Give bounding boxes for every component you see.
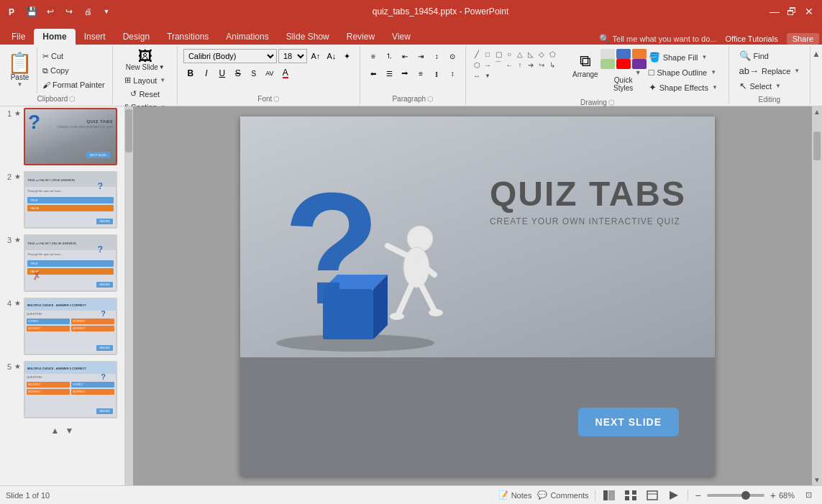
increase-font-button[interactable]: A↑: [309, 49, 323, 63]
qs-item-2[interactable]: [616, 49, 631, 59]
find-button[interactable]: 🔍 Find: [735, 49, 805, 63]
line-spacing-button[interactable]: ↕: [445, 66, 460, 81]
shadow-button[interactable]: S: [247, 66, 261, 81]
align-center-button[interactable]: ☰: [382, 66, 396, 81]
shape-oval[interactable]: ○: [504, 49, 514, 59]
restore-button[interactable]: 🗗: [785, 4, 799, 19]
shape-triangle[interactable]: △: [515, 49, 525, 59]
slide-thumb-2[interactable]: 2 ★ TRUE or FALSE? (TRUE ANSWER) Through…: [0, 170, 124, 230]
qs-item-4[interactable]: [600, 59, 615, 69]
minimize-button[interactable]: —: [767, 4, 782, 19]
slide-sorter-button[interactable]: [623, 487, 639, 503]
shape-rrect[interactable]: ▢: [493, 49, 503, 59]
italic-button[interactable]: I: [199, 66, 214, 81]
zoom-in-button[interactable]: +: [769, 490, 777, 501]
tab-insert[interactable]: Insert: [76, 29, 114, 45]
zoom-level[interactable]: 68%: [779, 491, 795, 500]
shape-block-arrow[interactable]: ➔: [526, 60, 536, 70]
slide-scroll-down[interactable]: ▼: [812, 475, 822, 485]
tab-view[interactable]: View: [383, 29, 419, 45]
office-tutorials-btn[interactable]: Office Tutorials: [725, 35, 777, 43]
tab-transitions[interactable]: Transitions: [158, 29, 217, 45]
slide-thumb-3[interactable]: 3 ★ TRUE or FALSE? (FALSE ANSWER) Throug…: [0, 233, 124, 293]
tab-home[interactable]: Home: [34, 29, 75, 45]
decrease-indent-button[interactable]: ⇤: [398, 49, 412, 63]
dropdown-icon[interactable]: ▼: [99, 4, 114, 19]
bullets-button[interactable]: ≡: [366, 49, 380, 63]
font-size-select[interactable]: 18: [278, 49, 307, 63]
tab-review[interactable]: Review: [338, 29, 383, 45]
slideshow-button[interactable]: [666, 487, 682, 503]
tab-animations[interactable]: Animations: [217, 29, 277, 45]
font-expand-icon[interactable]: ⬡: [273, 95, 280, 103]
panel-scroll-down[interactable]: ▼: [65, 426, 74, 436]
undo-icon[interactable]: ↩: [43, 4, 58, 19]
font-color-button[interactable]: A: [278, 66, 293, 81]
slide-thumb-1[interactable]: 1 ★ ? QUIZ TABS CREATE YOUR OWN INTERACT…: [0, 106, 124, 167]
spacing-button[interactable]: AV: [262, 66, 277, 81]
save-icon[interactable]: 💾: [24, 4, 39, 19]
qs-item-1[interactable]: [600, 49, 615, 59]
help-search[interactable]: 🔍 Tell me what you want to do...: [599, 34, 717, 44]
shape-curvedline[interactable]: ⌒: [493, 60, 503, 70]
replace-button[interactable]: ab→ Replace ▼: [735, 64, 805, 78]
format-painter-button[interactable]: 🖌 Format Painter: [40, 79, 108, 91]
increase-indent-button[interactable]: ⇥: [414, 49, 428, 63]
tab-design[interactable]: Design: [114, 29, 158, 45]
paste-button[interactable]: 📋 Paste ▼: [3, 47, 37, 93]
slide-scroll-thumb[interactable]: [813, 132, 821, 160]
collapse-icon[interactable]: ▲: [812, 49, 821, 59]
clipboard-expand-icon[interactable]: ⬡: [69, 95, 76, 103]
comments-button[interactable]: 💬 Comments: [537, 490, 588, 500]
align-right-button[interactable]: ⮕: [398, 66, 412, 81]
close-button[interactable]: ✕: [802, 4, 816, 19]
text-direction-button[interactable]: ↕: [429, 49, 444, 63]
drawing-expand-icon[interactable]: ⬡: [608, 98, 615, 106]
align-left-button[interactable]: ⬅: [366, 66, 380, 81]
normal-view-button[interactable]: [601, 487, 617, 503]
ribbon-collapse[interactable]: ▲: [810, 46, 822, 104]
shape-fill-button[interactable]: 🪣 Shape Fill ▼: [644, 50, 722, 64]
columns-button[interactable]: ⫿: [429, 66, 444, 81]
reading-view-button[interactable]: [644, 487, 660, 503]
fit-slide-button[interactable]: ⊡: [800, 487, 816, 503]
arrange-button[interactable]: ⧉ Arrange: [567, 49, 604, 81]
shape-leftarrow[interactable]: ←: [504, 60, 514, 70]
cut-button[interactable]: ✂ Cut: [40, 50, 108, 63]
slide-scroll-up[interactable]: ▲: [812, 106, 822, 117]
notes-button[interactable]: 📝 Notes: [498, 490, 532, 500]
font-name-select[interactable]: Calibri (Body): [183, 49, 277, 63]
numbering-button[interactable]: ⒈: [382, 49, 396, 63]
new-slide-btn-inner[interactable]: 🖼 New Slide ▼: [123, 47, 168, 73]
new-slide-button[interactable]: 🖼 New Slide ▼: [123, 47, 168, 73]
copy-button[interactable]: ⧉ Copy: [40, 65, 108, 77]
shape-outline-button[interactable]: □ Shape Outline ▼: [644, 65, 722, 79]
slide-thumb-5[interactable]: 5 ★ MULTIPLE CHOICE - ANSWER 2 CORRECT Q…: [0, 359, 124, 420]
shape-double-arrow[interactable]: ↔: [472, 70, 482, 81]
zoom-slider[interactable]: [707, 494, 764, 497]
select-button[interactable]: ↖ Select ▼: [735, 79, 805, 93]
next-slide-button[interactable]: NEXT SLIDE: [578, 408, 679, 436]
convert-smartart-button[interactable]: ⊙: [445, 49, 460, 63]
panel-scrollbar-thumb[interactable]: [125, 109, 132, 152]
shape-line[interactable]: ╱: [472, 49, 482, 59]
clear-format-button[interactable]: ✦: [340, 49, 355, 63]
shape-elbow[interactable]: ↳: [547, 60, 557, 70]
layout-button[interactable]: ⊞ Layout ▼: [122, 74, 168, 86]
panel-scroll-up[interactable]: ▲: [51, 426, 60, 436]
shape-effects-button[interactable]: ✦ Shape Effects ▼: [644, 81, 722, 94]
bold-button[interactable]: B: [183, 66, 198, 81]
shape-rtriangle[interactable]: ◺: [526, 49, 536, 59]
shape-arrow[interactable]: →: [483, 60, 493, 70]
underline-button[interactable]: U: [215, 66, 229, 81]
shape-hex[interactable]: ⬡: [472, 60, 482, 70]
shape-rect[interactable]: □: [483, 49, 493, 59]
zoom-out-button[interactable]: −: [694, 490, 703, 501]
slide-thumb-4[interactable]: 4 ★ MULTIPLE CHOICE - ANSWER 1 CORRECT Q…: [0, 296, 124, 357]
shape-pentagon[interactable]: ⬠: [547, 49, 557, 59]
decrease-font-button[interactable]: A↓: [324, 49, 339, 63]
tab-slideshow[interactable]: Slide Show: [278, 29, 338, 45]
print-icon[interactable]: 🖨: [81, 4, 95, 19]
zoom-thumb[interactable]: [741, 491, 750, 500]
shape-curved-arrow[interactable]: ↪: [536, 60, 547, 70]
